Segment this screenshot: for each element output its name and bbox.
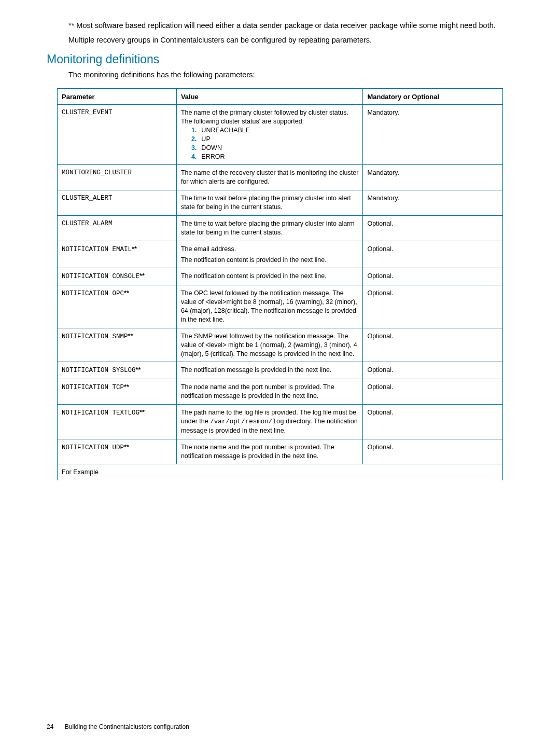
table-row: NOTIFICATION UDP**The node name and the … (58, 439, 503, 464)
value-cell: The name of the primary cluster followed… (176, 105, 363, 165)
param-cell: NOTIFICATION TEXTLOG** (58, 405, 177, 439)
intro-paragraph-1: ** Most software based replication will … (68, 21, 513, 31)
page-number: 24 (47, 723, 53, 730)
value-cell: The node name and the port number is pro… (176, 379, 363, 405)
param-cell: NOTIFICATION EMAIL** (58, 241, 177, 268)
value-cell: The node name and the port number is pro… (176, 439, 363, 464)
mandatory-cell: Optional. (363, 215, 503, 241)
table-row: NOTIFICATION TEXTLOG**The path name to t… (58, 405, 503, 439)
mandatory-cell: Mandatory. (363, 105, 503, 165)
table-row: NOTIFICATION SYSLOG**The notification me… (58, 362, 503, 379)
param-cell: CLUSTER_ALERT (58, 190, 177, 216)
param-cell: NOTIFICATION UDP** (58, 439, 177, 464)
param-cell: NOTIFICATION OPC** (58, 285, 177, 328)
mandatory-cell: Optional. (363, 328, 503, 362)
table-row: NOTIFICATION CONSOLE**The notification c… (58, 268, 503, 285)
param-cell: CLUSTER_EVENT (58, 105, 177, 165)
table-row: MONITORING_CLUSTERThe name of the recove… (58, 165, 503, 190)
value-cell: The notification message is provided in … (176, 362, 363, 379)
mandatory-cell: Optional. (363, 268, 503, 285)
mandatory-cell: Optional. (363, 362, 503, 379)
table-row: NOTIFICATION OPC**The OPC level followed… (58, 285, 503, 328)
param-cell: NOTIFICATION SNMP** (58, 328, 177, 362)
value-cell: The SNMP level followed by the notificat… (176, 328, 363, 362)
value-cell: The notification content is provided in … (176, 268, 363, 285)
table-row: CLUSTER_ALARMThe time to wait before pla… (58, 215, 503, 241)
table-row: NOTIFICATION EMAIL**The email address.Th… (58, 241, 503, 268)
value-cell: The time to wait before placing the prim… (176, 215, 363, 241)
for-example-cell: For Example (58, 464, 503, 480)
intro-paragraph-2: Multiple recovery groups in Continentalc… (68, 35, 513, 46)
table-row: NOTIFICATION SNMP**The SNMP level follow… (58, 328, 503, 362)
header-parameter: Parameter (58, 89, 177, 105)
table-row: NOTIFICATION TCP**The node name and the … (58, 379, 503, 405)
mandatory-cell: Optional. (363, 439, 503, 464)
param-cell: NOTIFICATION CONSOLE** (58, 268, 177, 285)
mandatory-cell: Optional. (363, 285, 503, 328)
mandatory-cell: Optional. (363, 379, 503, 405)
param-cell: CLUSTER_ALARM (58, 215, 177, 241)
table-row: CLUSTER_EVENTThe name of the primary clu… (58, 105, 503, 165)
section-subtext: The monitoring definitions has the follo… (68, 71, 513, 79)
section-heading: Monitoring definitions (47, 52, 513, 66)
footer-title: Building the Continentalclusters configu… (65, 723, 189, 730)
value-cell: The OPC level followed by the notificati… (176, 285, 363, 328)
for-example-row: For Example (58, 464, 503, 480)
param-cell: MONITORING_CLUSTER (58, 165, 177, 190)
param-cell: NOTIFICATION TCP** (58, 379, 177, 405)
mandatory-cell: Optional. (363, 241, 503, 268)
mandatory-cell: Optional. (363, 405, 503, 439)
param-cell: NOTIFICATION SYSLOG** (58, 362, 177, 379)
value-cell: The path name to the log file is provide… (176, 405, 363, 439)
mandatory-cell: Mandatory. (363, 165, 503, 190)
header-value: Value (176, 89, 363, 105)
table-header-row: Parameter Value Mandatory or Optional (58, 89, 503, 105)
value-cell: The email address.The notification conte… (176, 241, 363, 268)
mandatory-cell: Mandatory. (363, 190, 503, 216)
table-row: CLUSTER_ALERTThe time to wait before pla… (58, 190, 503, 216)
value-cell: The time to wait before placing the prim… (176, 190, 363, 216)
page-footer: 24 Building the Continentalclusters conf… (47, 723, 189, 730)
value-cell: The name of the recovery cluster that is… (176, 165, 363, 190)
header-mandatory: Mandatory or Optional (363, 89, 503, 105)
parameters-table: Parameter Value Mandatory or Optional CL… (57, 88, 503, 480)
